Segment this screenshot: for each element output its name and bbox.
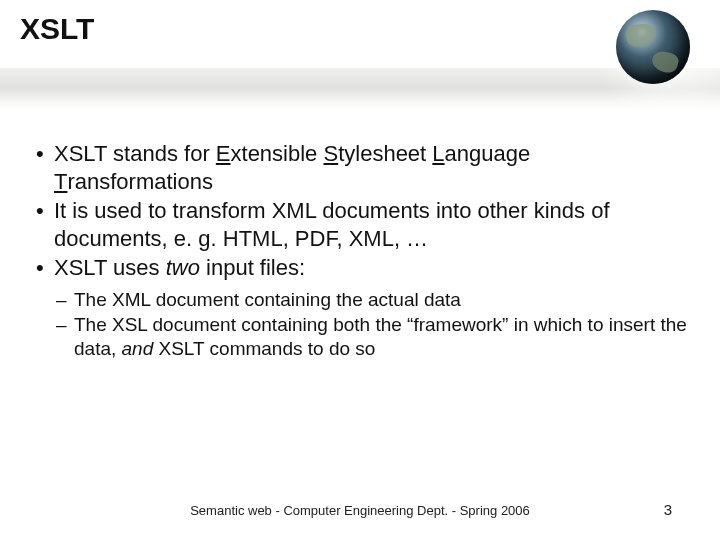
text-run: anguage <box>445 141 531 166</box>
sub-bullet-list: The XML document containing the actual d… <box>30 288 690 362</box>
text-run: L <box>432 141 444 166</box>
text-run: ransformations <box>67 169 213 194</box>
slide-title: XSLT <box>20 12 94 46</box>
bullet-item: It is used to transform XML documents in… <box>30 197 690 252</box>
text-run: It is used to transform XML documents in… <box>54 198 610 251</box>
sub-bullet-item: The XSL document containing both the “fr… <box>30 313 690 362</box>
slide-footer: Semantic web - Computer Engineering Dept… <box>0 503 720 518</box>
globe-icon <box>616 10 690 84</box>
header: XSLT <box>0 0 720 110</box>
text-run: The XML document containing the actual d… <box>74 289 461 310</box>
text-run: E <box>216 141 231 166</box>
bullet-list: XSLT stands for Extensible Stylesheet La… <box>30 140 690 361</box>
text-run: XSLT commands to do so <box>153 338 375 359</box>
slide-body: XSLT stands for Extensible Stylesheet La… <box>0 110 720 361</box>
text-run: S <box>323 141 338 166</box>
text-run: and <box>122 338 154 359</box>
text-run: input files: <box>200 255 305 280</box>
text-run: XSLT stands for <box>54 141 216 166</box>
text-run: T <box>54 169 67 194</box>
bullet-item: XSLT stands for Extensible Stylesheet La… <box>30 140 690 195</box>
text-run: xtensible <box>231 141 324 166</box>
text-run: XSLT uses <box>54 255 166 280</box>
bullet-item: XSLT uses two input files: <box>30 254 690 282</box>
text-run: tylesheet <box>338 141 432 166</box>
sub-bullet-item: The XML document containing the actual d… <box>30 288 690 312</box>
text-run: two <box>166 255 200 280</box>
page-number: 3 <box>664 501 672 518</box>
